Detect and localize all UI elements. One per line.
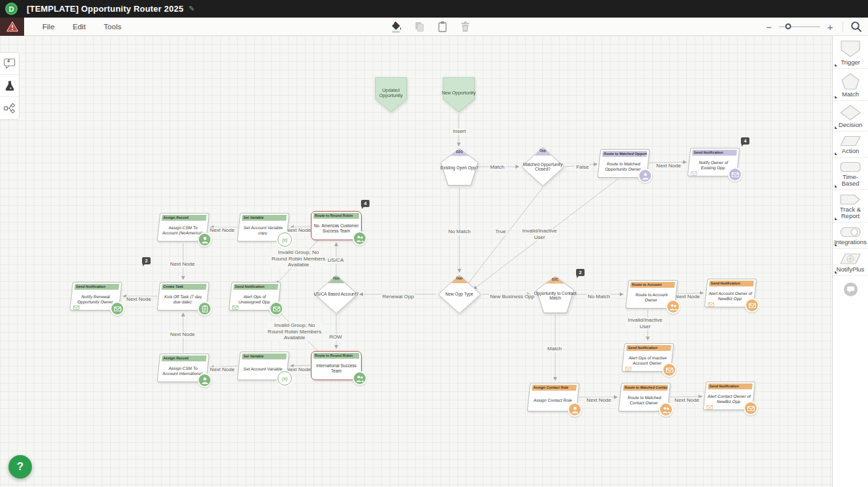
palette-item-trigger[interactable]: Trigger [833,36,868,69]
menu-tools[interactable]: Tools [104,23,121,31]
edit-title-icon[interactable]: ✎ [189,5,195,13]
decision-matched-opportunity-closed[interactable]: OppMatched Opportunity Closed? [521,147,564,186]
menu-file[interactable]: File [42,23,55,31]
validation-warning-button[interactable] [0,18,24,36]
edge-label: Invalid Group; No Round Robin Members Av… [270,249,326,268]
drag-handle-icon [835,217,837,220]
comment-count-badge[interactable]: 4 [741,137,749,145]
trigger-new-opportunity[interactable]: New Opportunity [442,76,476,113]
palette-item-track-report[interactable]: Track & Report [833,190,868,223]
comment-count-badge[interactable]: 2 [142,257,151,264]
palette-item-time-based[interactable]: Time-Based [833,158,868,190]
palette-item-label: Action [842,148,859,154]
edge-label: Next Node [209,367,236,373]
person-badge-icon [568,402,582,417]
action-route-to-account-owner[interactable]: Route to AccountRoute to Account Owner [626,280,678,309]
app-logo: D [5,3,18,15]
action-route-round-robin-no-americas[interactable]: Route to Round RobinNo. Americas Custome… [311,211,362,240]
delete-button[interactable] [459,20,472,34]
zoom-out-button[interactable]: − [763,22,775,32]
node-header: Set Variable [242,215,287,221]
comment-count: 4 [7,59,10,63]
palette-item-label: Trigger [841,59,860,66]
edge-label: No Match [586,294,611,300]
node-header: Assign Record [162,215,207,221]
node-tag: O2C [536,277,574,281]
edge-label: Invalid Group; No Round Robin Members Av… [267,322,323,341]
canvas-side-tools: 4 [0,52,20,120]
task-badge-icon [197,301,212,316]
node-label: New Opportunity [439,90,479,96]
search-button[interactable] [848,19,864,35]
node-label: Opportunity to Contact Match [533,290,577,300]
decision-usca-based-account[interactable]: OppUS/CA Based Account? [315,275,358,314]
node-label: Existing Open Opp? [437,165,482,170]
menu-edit[interactable]: Edit [73,23,86,31]
chat-bubble-icon [843,282,858,297]
node-header: Assign Contact Role [532,385,577,391]
node-header: Create Task [162,284,207,290]
palette-item-label: Match [842,91,859,98]
edge-label: Renewal Opp [381,294,415,300]
comment-count-badge[interactable]: 4 [361,200,369,207]
action-set-account-variable[interactable]: Set VariableSet Account Variable(x) [237,352,290,380]
paste-icon [437,21,448,33]
edge-label: Next Node [209,227,236,234]
fill-color-button[interactable] [390,20,403,34]
action-alert-ops-unassigned-opp[interactable]: Send NotificationAlert Ops of Unassigned… [229,282,282,311]
zoom-in-button[interactable]: + [824,22,836,32]
edge-label: Insert [452,128,467,135]
envelope-badge-icon [110,301,124,316]
action-notify-owner-of-existing-opp[interactable]: Send NotificationNotify Owner of Existin… [687,148,740,176]
mini-envelope-icon [706,402,714,408]
action-notify-renewal-opportunity-owner[interactable]: Send NotificationNotify Renewal Opportun… [70,282,123,311]
comment-count-badge[interactable]: 2 [576,269,585,276]
action-route-to-matched-opportunity-owner[interactable]: Route to Matched OpportunityRoute to Mat… [598,149,650,178]
palette-item-action[interactable]: Action [833,132,868,158]
drag-handle-icon [835,271,837,273]
test-beaker-button[interactable] [0,75,19,97]
hierarchy-icon [3,103,16,114]
paste-button[interactable] [436,20,449,34]
node-label: Matched Opportunity Closed? [518,162,568,172]
hierarchy-button[interactable] [0,97,19,119]
node-header: Send Notification [233,284,278,290]
action-route-to-matched-contact-owner[interactable]: Route to Matched ContactRoute to Matched… [618,383,671,411]
palette-item-decision[interactable]: Decision [833,101,868,132]
drag-handle-icon [835,126,837,129]
action-assign-csm-international[interactable]: Assign RecordAssign CSM To Account Inter… [157,354,210,382]
decision-new-opp-type[interactable]: OppNew Opp Type [438,275,481,314]
people-badge-icon [659,402,673,417]
action-alert-ops-inactive-account-owner[interactable]: Send NotificationAlert Ops of Inactive A… [622,343,674,372]
comments-button[interactable]: 4 [0,53,19,75]
edge-label: Invalid/Inactive User [627,317,664,329]
palette-item-notifyplus[interactable]: NotifyPlus [833,249,868,276]
node-header: Route to Account [630,282,675,288]
flow-edges [0,0,868,487]
action-assign-csm-noamerica[interactable]: Assign RecordAssign CSM To Account (NoAm… [157,213,210,242]
title-bar: D [TEMPLATE] Opportunity Router 2025 ✎ [0,0,868,18]
drag-handle-icon [835,244,837,246]
action-alert-account-owner-newbiz[interactable]: Send NotificationAlert Account Owner of … [704,279,757,307]
trigger-updated-opportunity[interactable]: Updated Opportunity [374,76,408,113]
action-alert-contact-owner-newbiz[interactable]: Send NotificationAlert Contact Owner of … [703,382,756,410]
action-set-account-variable-copy[interactable]: Set VariableSet Account Variable copy(x) [237,213,290,242]
help-button[interactable]: ? [8,455,32,479]
match-existing-open-opp[interactable]: O2OExisting Open Opp? [441,148,478,186]
palette-item-match[interactable]: Match [833,69,868,101]
action-route-round-robin-international[interactable]: Route to Round RobinInternational Succes… [311,351,362,380]
zoom-slider[interactable] [779,26,820,27]
node-palette: TriggerMatchDecisionActionTime-BasedTrac… [832,36,868,487]
palette-item-label: NotifyPlus [837,266,865,273]
feedback-chat-button[interactable] [833,276,868,302]
person-badge-icon [197,232,212,247]
zoom-slider-handle[interactable] [785,23,791,29]
palette-item-integrations[interactable]: Integrations [833,223,868,249]
match-opportunity-to-contact[interactable]: O2COpportunity to Contact Match [536,276,574,313]
envelope-badge-icon [745,298,759,313]
drag-handle-icon [835,64,837,66]
action-assign-contact-role[interactable]: Assign Contact RoleAssign Contact Role [527,383,580,411]
copy-button[interactable] [412,20,426,34]
node-tag: O2O [441,150,478,154]
action-kick-off-task[interactable]: Create TaskKick Off Task (7 day due date… [157,282,210,311]
